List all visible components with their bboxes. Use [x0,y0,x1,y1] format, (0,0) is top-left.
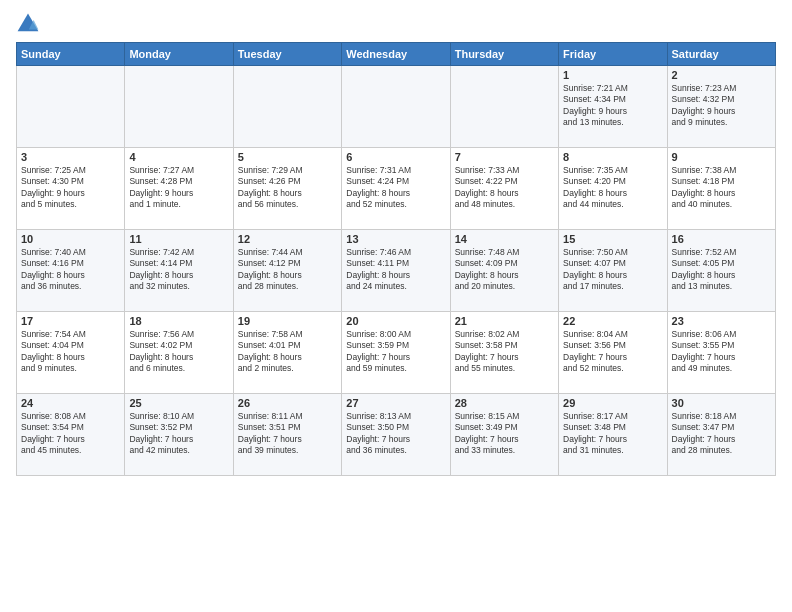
calendar-cell [17,66,125,148]
calendar-cell: 24Sunrise: 8:08 AM Sunset: 3:54 PM Dayli… [17,394,125,476]
calendar-cell: 16Sunrise: 7:52 AM Sunset: 4:05 PM Dayli… [667,230,775,312]
header-row: SundayMondayTuesdayWednesdayThursdayFrid… [17,43,776,66]
day-detail: Sunrise: 8:15 AM Sunset: 3:49 PM Dayligh… [455,411,554,457]
weekday-header-tuesday: Tuesday [233,43,341,66]
calendar-cell: 29Sunrise: 8:17 AM Sunset: 3:48 PM Dayli… [559,394,667,476]
calendar-cell: 5Sunrise: 7:29 AM Sunset: 4:26 PM Daylig… [233,148,341,230]
day-number: 10 [21,233,120,245]
calendar-cell [125,66,233,148]
calendar-table: SundayMondayTuesdayWednesdayThursdayFrid… [16,42,776,476]
calendar-cell: 18Sunrise: 7:56 AM Sunset: 4:02 PM Dayli… [125,312,233,394]
day-detail: Sunrise: 7:27 AM Sunset: 4:28 PM Dayligh… [129,165,228,211]
day-detail: Sunrise: 8:18 AM Sunset: 3:47 PM Dayligh… [672,411,771,457]
calendar-cell: 3Sunrise: 7:25 AM Sunset: 4:30 PM Daylig… [17,148,125,230]
day-number: 23 [672,315,771,327]
calendar-cell: 22Sunrise: 8:04 AM Sunset: 3:56 PM Dayli… [559,312,667,394]
day-number: 20 [346,315,445,327]
day-number: 17 [21,315,120,327]
calendar-cell: 25Sunrise: 8:10 AM Sunset: 3:52 PM Dayli… [125,394,233,476]
page: SundayMondayTuesdayWednesdayThursdayFrid… [0,0,792,612]
day-number: 30 [672,397,771,409]
day-detail: Sunrise: 8:00 AM Sunset: 3:59 PM Dayligh… [346,329,445,375]
day-number: 22 [563,315,662,327]
calendar-cell: 30Sunrise: 8:18 AM Sunset: 3:47 PM Dayli… [667,394,775,476]
calendar-cell: 11Sunrise: 7:42 AM Sunset: 4:14 PM Dayli… [125,230,233,312]
day-number: 24 [21,397,120,409]
day-detail: Sunrise: 8:02 AM Sunset: 3:58 PM Dayligh… [455,329,554,375]
day-number: 7 [455,151,554,163]
calendar-cell: 20Sunrise: 8:00 AM Sunset: 3:59 PM Dayli… [342,312,450,394]
day-number: 16 [672,233,771,245]
day-number: 19 [238,315,337,327]
calendar-cell: 17Sunrise: 7:54 AM Sunset: 4:04 PM Dayli… [17,312,125,394]
calendar-cell: 12Sunrise: 7:44 AM Sunset: 4:12 PM Dayli… [233,230,341,312]
day-detail: Sunrise: 7:33 AM Sunset: 4:22 PM Dayligh… [455,165,554,211]
day-detail: Sunrise: 7:50 AM Sunset: 4:07 PM Dayligh… [563,247,662,293]
week-row-2: 3Sunrise: 7:25 AM Sunset: 4:30 PM Daylig… [17,148,776,230]
day-number: 25 [129,397,228,409]
day-detail: Sunrise: 7:52 AM Sunset: 4:05 PM Dayligh… [672,247,771,293]
calendar-cell: 21Sunrise: 8:02 AM Sunset: 3:58 PM Dayli… [450,312,558,394]
calendar-cell: 28Sunrise: 8:15 AM Sunset: 3:49 PM Dayli… [450,394,558,476]
day-detail: Sunrise: 8:10 AM Sunset: 3:52 PM Dayligh… [129,411,228,457]
day-number: 26 [238,397,337,409]
day-detail: Sunrise: 7:38 AM Sunset: 4:18 PM Dayligh… [672,165,771,211]
day-number: 29 [563,397,662,409]
day-number: 9 [672,151,771,163]
calendar-cell: 15Sunrise: 7:50 AM Sunset: 4:07 PM Dayli… [559,230,667,312]
day-number: 28 [455,397,554,409]
weekday-header-saturday: Saturday [667,43,775,66]
day-detail: Sunrise: 7:25 AM Sunset: 4:30 PM Dayligh… [21,165,120,211]
calendar-cell: 14Sunrise: 7:48 AM Sunset: 4:09 PM Dayli… [450,230,558,312]
day-number: 27 [346,397,445,409]
day-detail: Sunrise: 7:23 AM Sunset: 4:32 PM Dayligh… [672,83,771,129]
day-detail: Sunrise: 7:44 AM Sunset: 4:12 PM Dayligh… [238,247,337,293]
day-detail: Sunrise: 7:42 AM Sunset: 4:14 PM Dayligh… [129,247,228,293]
day-number: 18 [129,315,228,327]
day-number: 15 [563,233,662,245]
day-detail: Sunrise: 7:46 AM Sunset: 4:11 PM Dayligh… [346,247,445,293]
week-row-5: 24Sunrise: 8:08 AM Sunset: 3:54 PM Dayli… [17,394,776,476]
week-row-4: 17Sunrise: 7:54 AM Sunset: 4:04 PM Dayli… [17,312,776,394]
day-number: 3 [21,151,120,163]
weekday-header-wednesday: Wednesday [342,43,450,66]
day-detail: Sunrise: 7:58 AM Sunset: 4:01 PM Dayligh… [238,329,337,375]
week-row-1: 1Sunrise: 7:21 AM Sunset: 4:34 PM Daylig… [17,66,776,148]
calendar-cell: 1Sunrise: 7:21 AM Sunset: 4:34 PM Daylig… [559,66,667,148]
day-detail: Sunrise: 7:31 AM Sunset: 4:24 PM Dayligh… [346,165,445,211]
day-detail: Sunrise: 7:48 AM Sunset: 4:09 PM Dayligh… [455,247,554,293]
header [16,12,776,36]
weekday-header-thursday: Thursday [450,43,558,66]
week-row-3: 10Sunrise: 7:40 AM Sunset: 4:16 PM Dayli… [17,230,776,312]
day-number: 4 [129,151,228,163]
weekday-header-friday: Friday [559,43,667,66]
calendar-cell: 27Sunrise: 8:13 AM Sunset: 3:50 PM Dayli… [342,394,450,476]
calendar-cell: 4Sunrise: 7:27 AM Sunset: 4:28 PM Daylig… [125,148,233,230]
calendar-cell: 26Sunrise: 8:11 AM Sunset: 3:51 PM Dayli… [233,394,341,476]
day-number: 5 [238,151,337,163]
day-detail: Sunrise: 7:40 AM Sunset: 4:16 PM Dayligh… [21,247,120,293]
weekday-header-monday: Monday [125,43,233,66]
day-detail: Sunrise: 8:17 AM Sunset: 3:48 PM Dayligh… [563,411,662,457]
day-detail: Sunrise: 7:56 AM Sunset: 4:02 PM Dayligh… [129,329,228,375]
day-number: 12 [238,233,337,245]
calendar-cell [450,66,558,148]
day-number: 6 [346,151,445,163]
calendar-cell: 19Sunrise: 7:58 AM Sunset: 4:01 PM Dayli… [233,312,341,394]
day-detail: Sunrise: 7:29 AM Sunset: 4:26 PM Dayligh… [238,165,337,211]
day-detail: Sunrise: 7:54 AM Sunset: 4:04 PM Dayligh… [21,329,120,375]
day-number: 21 [455,315,554,327]
weekday-header-sunday: Sunday [17,43,125,66]
day-number: 13 [346,233,445,245]
calendar-cell [233,66,341,148]
day-detail: Sunrise: 7:21 AM Sunset: 4:34 PM Dayligh… [563,83,662,129]
calendar-cell [342,66,450,148]
day-detail: Sunrise: 7:35 AM Sunset: 4:20 PM Dayligh… [563,165,662,211]
calendar-cell: 7Sunrise: 7:33 AM Sunset: 4:22 PM Daylig… [450,148,558,230]
day-detail: Sunrise: 8:04 AM Sunset: 3:56 PM Dayligh… [563,329,662,375]
calendar-cell: 8Sunrise: 7:35 AM Sunset: 4:20 PM Daylig… [559,148,667,230]
calendar-cell: 6Sunrise: 7:31 AM Sunset: 4:24 PM Daylig… [342,148,450,230]
day-detail: Sunrise: 8:11 AM Sunset: 3:51 PM Dayligh… [238,411,337,457]
calendar-cell: 9Sunrise: 7:38 AM Sunset: 4:18 PM Daylig… [667,148,775,230]
day-number: 1 [563,69,662,81]
